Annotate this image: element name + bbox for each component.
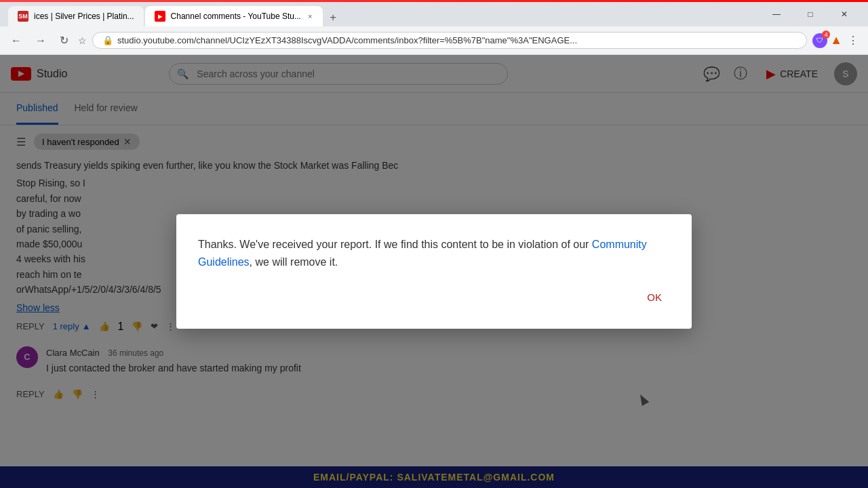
modal-dialog: Thanks. We've received your report. If w… [176, 214, 692, 328]
forward-button[interactable]: → [31, 32, 50, 49]
reload-button[interactable]: ↻ [56, 31, 73, 49]
browser-actions: 🛡 4 ▲ ⋮ [812, 31, 861, 49]
warning-icon[interactable]: ▲ [830, 33, 842, 47]
minimize-button[interactable]: — [761, 3, 792, 25]
shield-count: 4 [822, 30, 830, 39]
tabs-container: SM ices | Silver Prices | Platin... ▶ Ch… [8, 2, 755, 26]
modal-actions: OK [198, 287, 670, 307]
maximize-button[interactable]: □ [795, 3, 826, 25]
tab1-favicon: SM [18, 11, 28, 22]
browser-tab-1[interactable]: SM ices | Silver Prices | Platin... [8, 6, 144, 26]
address-bar-row: ← → ↻ ☆ 🔒 studio.youtube.com/channel/UCI… [0, 26, 868, 55]
window-controls: — □ ✕ [761, 3, 860, 25]
address-bar[interactable]: 🔒 studio.youtube.com/channel/UCIzYEzXT34… [92, 32, 807, 49]
close-button[interactable]: ✕ [829, 3, 860, 25]
modal-text-after-link: , we will remove it. [250, 256, 338, 268]
ok-button[interactable]: OK [639, 287, 670, 307]
tab1-label: ices | Silver Prices | Platin... [34, 12, 134, 21]
tab2-label: Channel comments - YouTube Stu... [171, 12, 301, 21]
new-tab-button[interactable]: + [324, 9, 341, 26]
back-button[interactable]: ← [7, 32, 26, 49]
shield-badge[interactable]: 🛡 4 [812, 33, 827, 48]
youtube-studio-page: ▶ Studio 🔍 💬 ⓘ ▶ CREATE S Pub [0, 55, 868, 488]
modal-text-before-link: Thanks. We've received your report. If w… [198, 239, 592, 250]
bookmark-button[interactable]: ☆ [78, 35, 87, 46]
modal-text: Thanks. We've received your report. If w… [198, 236, 670, 270]
browser-menu-button[interactable]: ⋮ [845, 31, 861, 49]
lock-icon: 🔒 [102, 35, 113, 45]
browser-frame: SM ices | Silver Prices | Platin... ▶ Ch… [0, 0, 868, 488]
browser-tab-2[interactable]: ▶ Channel comments - YouTube Stu... × [145, 6, 323, 26]
modal-overlay: Thanks. We've received your report. If w… [0, 55, 868, 488]
tab2-favicon: ▶ [155, 11, 165, 22]
title-bar: SM ices | Silver Prices | Platin... ▶ Ch… [0, 2, 868, 26]
url-text: studio.youtube.com/channel/UCIzYEzXT3438… [117, 35, 797, 45]
tab2-close-button[interactable]: × [307, 11, 313, 22]
